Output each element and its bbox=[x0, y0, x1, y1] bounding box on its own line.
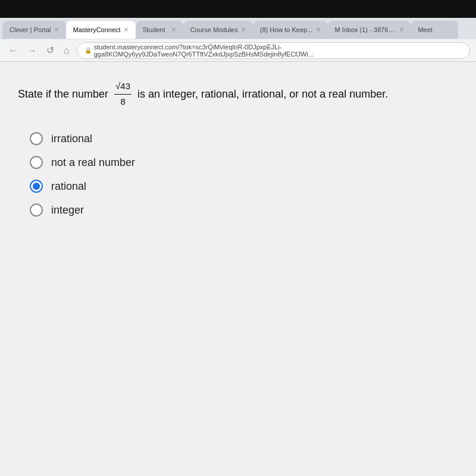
tab-label-student: Student bbox=[143, 26, 165, 33]
tab-label-course: Course Modules bbox=[190, 26, 238, 33]
question-text-before: State if the number bbox=[18, 86, 108, 102]
tab-close-clever[interactable]: × bbox=[55, 26, 59, 34]
fraction-numerator: √43 bbox=[114, 80, 131, 95]
question-text: State if the number √43 8 is an integer,… bbox=[18, 80, 458, 108]
tab-label-inbox: M Inbox (1) - 38760... bbox=[334, 26, 396, 33]
radio-not-real[interactable] bbox=[30, 156, 43, 169]
content-area: State if the number √43 8 is an integer,… bbox=[0, 62, 476, 476]
tab-label-mastery: MasteryConnect bbox=[73, 26, 121, 33]
tab-inbox[interactable]: M Inbox (1) - 38760... × bbox=[327, 21, 411, 39]
url-bar[interactable]: 🔒 student.masteryconnect.com/?tok=sc3rQi… bbox=[77, 42, 470, 59]
forward-button[interactable]: → bbox=[25, 44, 39, 57]
option-rational[interactable]: rational bbox=[30, 180, 458, 193]
option-label-rational: rational bbox=[51, 180, 86, 193]
radio-integer[interactable] bbox=[30, 203, 43, 217]
tab-close-student[interactable]: × bbox=[172, 26, 176, 34]
refresh-button[interactable]: ↺ bbox=[44, 43, 57, 57]
home-button[interactable]: ⌂ bbox=[61, 44, 72, 57]
top-decoration bbox=[0, 0, 476, 18]
browser-frame: Clever | Portal × MasteryConnect × Stude… bbox=[0, 18, 476, 476]
tab-close-course[interactable]: × bbox=[242, 26, 246, 34]
tab-mastery-connect[interactable]: MasteryConnect × bbox=[66, 21, 136, 39]
sqrt-symbol: √43 bbox=[115, 81, 130, 91]
tab-meet[interactable]: Meet bbox=[411, 21, 458, 39]
option-label-not-real: not a real number bbox=[51, 156, 135, 169]
back-button[interactable]: ← bbox=[6, 44, 20, 57]
tab-course-modules[interactable]: Course Modules × bbox=[183, 21, 253, 39]
tab-close-mastery[interactable]: × bbox=[124, 26, 129, 34]
tab-label-meet: Meet bbox=[418, 26, 432, 33]
tab-clever-portal[interactable]: Clever | Portal × bbox=[2, 21, 66, 39]
radio-rational-fill bbox=[33, 183, 40, 190]
option-label-integer: integer bbox=[51, 204, 84, 217]
options-container: irrational not a real number rational bbox=[18, 126, 458, 217]
address-bar: ← → ↺ ⌂ 🔒 student.masteryconnect.com/?to… bbox=[0, 39, 476, 62]
radio-rational[interactable] bbox=[30, 180, 43, 193]
question-container: State if the number √43 8 is an integer,… bbox=[0, 62, 476, 228]
option-label-irrational: irrational bbox=[51, 133, 92, 145]
option-integer[interactable]: integer bbox=[30, 203, 458, 217]
radio-irrational[interactable] bbox=[30, 132, 43, 145]
tab-label-clever: Clever | Portal bbox=[10, 26, 51, 33]
lock-icon: 🔒 bbox=[84, 47, 92, 54]
fraction-denominator: 8 bbox=[119, 95, 126, 109]
tab-student[interactable]: Student × bbox=[136, 21, 183, 39]
url-text: student.masteryconnect.com/?tok=sc3rQiMv… bbox=[94, 43, 462, 58]
tab-bar: Clever | Portal × MasteryConnect × Stude… bbox=[0, 18, 476, 39]
tab-close-howto[interactable]: × bbox=[316, 26, 320, 34]
tab-how-to-keep[interactable]: (8) How to Keep... × bbox=[253, 21, 328, 39]
option-not-real[interactable]: not a real number bbox=[30, 156, 458, 169]
tab-close-inbox[interactable]: × bbox=[399, 26, 403, 34]
question-text-after: is an integer, rational, irrational, or … bbox=[137, 86, 388, 102]
tab-label-howto: (8) How to Keep... bbox=[260, 26, 313, 33]
option-irrational[interactable]: irrational bbox=[30, 132, 458, 145]
fraction: √43 8 bbox=[114, 80, 131, 108]
